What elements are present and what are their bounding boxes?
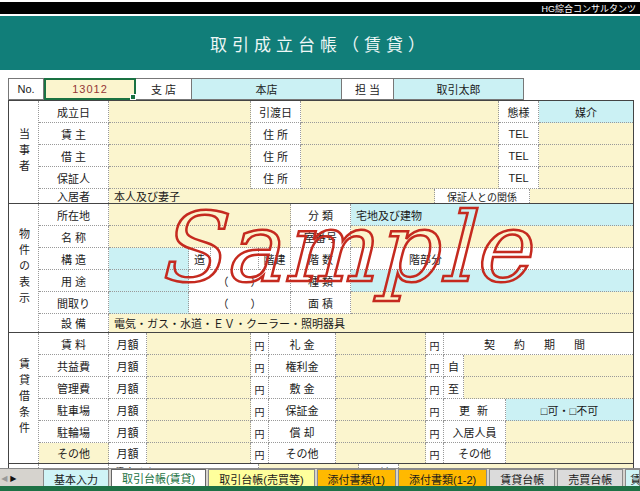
label-classification: 分 類	[291, 204, 351, 226]
suffix-yen-5b: 円	[426, 421, 444, 443]
section-parties-label: 当事者	[9, 101, 39, 203]
tab-spacer	[18, 469, 41, 487]
label-bicycle-parking: 駐輪場	[39, 421, 109, 443]
field-other-right[interactable]	[506, 443, 633, 463]
field-lessor-name[interactable]	[109, 123, 251, 145]
field-lessor-tel[interactable]	[539, 123, 633, 145]
label-period-from: 自	[444, 355, 464, 377]
field-other-money[interactable]	[336, 443, 426, 463]
field-room-number[interactable]	[351, 226, 633, 248]
field-guarantor-tel[interactable]	[539, 167, 633, 189]
field-other-fee[interactable]	[147, 443, 251, 463]
field-parking[interactable]	[147, 399, 251, 421]
field-layout-paren[interactable]: （ ）	[189, 292, 291, 314]
label-guarantor-relation: 保証人との関係	[435, 189, 530, 203]
field-lessee-address[interactable]	[301, 145, 499, 167]
suffix-yen-4b: 円	[426, 399, 444, 421]
row-occupant: 入居者 本人及び妻子 保証人との関係	[39, 189, 633, 203]
field-guarantor-name[interactable]	[109, 167, 251, 189]
field-rights-money[interactable]	[336, 355, 426, 377]
field-lessee-name[interactable]	[109, 145, 251, 167]
field-common-fee[interactable]	[147, 355, 251, 377]
field-occupant[interactable]: 本人及び妻子	[109, 189, 435, 203]
tab-attachments-1-2[interactable]: 添付書類(1-2)	[398, 469, 487, 487]
field-taiyo[interactable]: 媒介	[539, 101, 633, 123]
field-period-to[interactable]	[464, 377, 633, 399]
field-bicycle-parking[interactable]	[147, 421, 251, 443]
label-lessee-address: 住 所	[251, 145, 301, 167]
field-usage[interactable]	[109, 270, 189, 292]
field-guarantor-address[interactable]	[301, 167, 499, 189]
field-floor-part[interactable]: 階部分	[351, 248, 633, 270]
field-location[interactable]	[109, 204, 291, 226]
tab-scroll-left-icon[interactable]: ◀	[0, 469, 9, 487]
tab-ledger-rental[interactable]: 取引台帳(賃貸)	[111, 469, 206, 487]
field-deposit[interactable]	[336, 377, 426, 399]
label-equipment: 設 備	[39, 314, 109, 332]
field-usage-paren[interactable]: （ ）	[189, 270, 291, 292]
field-building-name[interactable]	[109, 226, 291, 248]
no-label: No.	[8, 78, 44, 100]
status-strip	[0, 486, 640, 491]
label-occupant: 入居者	[39, 189, 109, 203]
staff-value-cell[interactable]: 取引太郎	[394, 78, 524, 100]
label-amortization: 償 却	[269, 421, 336, 443]
field-management-fee[interactable]	[147, 377, 251, 399]
row-bicycle-parking: 駐輪場 月額 円 償 却 円 入居人員	[39, 421, 633, 443]
field-area[interactable]	[351, 292, 633, 314]
field-key-money[interactable]	[336, 333, 426, 355]
no-value-cell[interactable]: 13012	[44, 78, 136, 100]
label-area: 面 積	[291, 292, 351, 314]
field-amortization[interactable]	[336, 421, 426, 443]
label-occupant-count: 入居人員	[444, 421, 506, 443]
row-establish-date: 成立日 引渡日 態様 媒介	[39, 101, 633, 123]
section-lease-terms-label: 賃貸借条件	[9, 333, 39, 463]
field-lessor-address[interactable]	[301, 123, 499, 145]
suffix-yen-1b: 円	[426, 333, 444, 355]
field-rent[interactable]	[147, 333, 251, 355]
field-layout[interactable]	[109, 292, 189, 314]
label-guarantor-tel: TEL	[499, 167, 539, 189]
row-other-fee: その他 月額 円 その他 円 その他	[39, 443, 633, 463]
tab-ledger-sales[interactable]: 取引台帳(売買等)	[208, 469, 314, 487]
row-location: 所在地 分 類 宅地及び建物	[39, 204, 633, 226]
label-kind: 種 類	[291, 270, 351, 292]
label-guarantee-money: 保証金	[269, 399, 336, 421]
label-location: 所在地	[39, 204, 109, 226]
label-room-number: 室番号	[291, 226, 351, 248]
field-stories[interactable]	[211, 248, 259, 270]
field-guarantor-relation[interactable]	[530, 189, 633, 203]
app-window: HG綜合コンサルタンツ 取引成立台帳（賃貸） No. 13012 支 店 本店 …	[0, 0, 640, 491]
field-structure-type[interactable]	[109, 248, 189, 270]
tab-sales-ledger[interactable]: 売買台帳	[557, 469, 623, 487]
label-other-fee: その他	[39, 443, 109, 463]
section-property-label: 物件の表示	[9, 204, 39, 332]
field-classification[interactable]: 宅地及び建物	[351, 204, 633, 226]
label-monthly-1: 月額	[109, 333, 147, 355]
tab-rental-ledger[interactable]: 賃貸台帳	[489, 469, 555, 487]
staff-label: 担 当	[342, 78, 394, 100]
field-lessee-tel[interactable]	[539, 145, 633, 167]
row-parking: 駐車場 月額 円 保証金 円 更 新 □可・□不可	[39, 399, 633, 421]
field-handover-date[interactable]	[301, 101, 499, 123]
window-titlebar: HG綜合コンサルタンツ	[0, 2, 640, 14]
field-kind[interactable]	[351, 270, 633, 292]
field-renewal[interactable]: □可・□不可	[506, 399, 633, 421]
section-parties: 当事者 成立日 引渡日 態様 媒介 賃 主 住 所 TEL	[9, 101, 633, 204]
tab-attachments-1[interactable]: 添付書類(1)	[317, 469, 396, 487]
brand-text: HG綜合コンサルタンツ	[541, 2, 640, 15]
tab-partial[interactable]: 賃貸	[625, 469, 640, 487]
branch-value-cell[interactable]: 本店	[192, 78, 342, 100]
field-period-from[interactable]	[464, 355, 633, 377]
label-other-right: その他	[444, 443, 506, 463]
section-property: 物件の表示 所在地 分 類 宅地及び建物 名 称 室番号 構 造 造	[9, 204, 633, 333]
field-establish-date[interactable]	[109, 101, 251, 123]
tab-basic-input[interactable]: 基本入力	[43, 469, 109, 487]
suffix-yen-2b: 円	[426, 355, 444, 377]
tab-scroll-right-icon[interactable]: ▶	[9, 469, 18, 487]
field-occupant-count[interactable]	[506, 421, 633, 443]
label-lessor: 賃 主	[39, 123, 109, 145]
field-equipment[interactable]: 電気・ガス・水道・ＥＶ・クーラー・照明器具	[109, 314, 633, 332]
header-contract-period: 契 約 期 間	[444, 333, 633, 355]
field-guarantee-money[interactable]	[336, 399, 426, 421]
